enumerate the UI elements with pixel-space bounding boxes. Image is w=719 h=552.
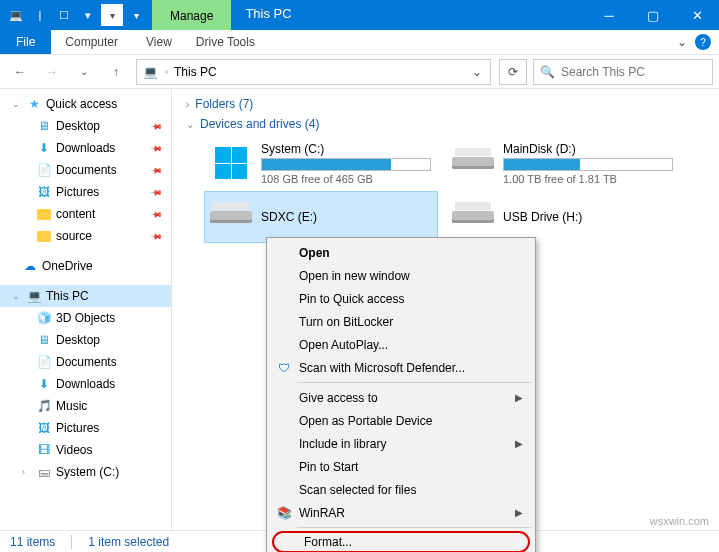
shield-icon: 🛡 — [275, 359, 293, 377]
drive-maindisk-d[interactable]: MainDisk (D:) 1.00 TB free of 1.81 TB — [446, 137, 680, 189]
ctx-separator — [297, 382, 531, 383]
sidebar-onedrive[interactable]: ☁OneDrive — [0, 255, 171, 277]
context-menu: Open Open in new window Pin to Quick acc… — [266, 237, 536, 552]
sidebar-this-pc[interactable]: ⌄💻This PC — [0, 285, 171, 307]
sidebar-item-3d-objects[interactable]: 🧊3D Objects — [0, 307, 171, 329]
desktop-icon: 🖥 — [36, 332, 52, 348]
help-icon[interactable]: ? — [695, 34, 711, 50]
drive-icon: 🖴 — [36, 464, 52, 480]
minimize-button[interactable]: ─ — [587, 0, 631, 30]
pin-icon: 📌 — [149, 163, 162, 176]
drive-usb-h[interactable]: USB Drive (H:) — [446, 191, 680, 243]
sidebar-item-documents[interactable]: 📄Documents📌 — [0, 159, 171, 181]
ctx-open-new-window[interactable]: Open in new window — [269, 264, 533, 287]
drive-free-label: 108 GB free of 465 GB — [261, 173, 433, 185]
quick-access-toolbar: 💻 | ☐ ▾ ▾ ▾ — [0, 0, 152, 30]
search-input[interactable]: 🔍 Search This PC — [533, 59, 713, 85]
qat-separator: | — [29, 4, 51, 26]
documents-icon: 📄 — [36, 162, 52, 178]
drive-icon — [209, 199, 253, 235]
history-dropdown-icon[interactable]: ⌄ — [70, 59, 98, 85]
address-bar[interactable]: 💻 › This PC ⌄ — [136, 59, 491, 85]
drive-sdxc-e[interactable]: SDXC (E:) — [204, 191, 438, 243]
ctx-autoplay[interactable]: Open AutoPlay... — [269, 333, 533, 356]
sidebar-item-downloads[interactable]: ⬇Downloads📌 — [0, 137, 171, 159]
ctx-pin-quick-access[interactable]: Pin to Quick access — [269, 287, 533, 310]
ctx-bitlocker[interactable]: Turn on BitLocker — [269, 310, 533, 333]
expand-icon[interactable]: › — [22, 467, 32, 477]
status-selected-count: 1 item selected — [88, 535, 169, 549]
drive-tools-tab[interactable]: Drive Tools — [186, 30, 265, 54]
submenu-arrow-icon: ▶ — [515, 438, 523, 449]
manage-contextual-tab[interactable]: Manage — [152, 0, 231, 30]
pin-icon: 📌 — [149, 185, 162, 198]
chevron-right-icon[interactable]: › — [186, 99, 189, 110]
ctx-winrar[interactable]: 📚WinRAR▶ — [269, 501, 533, 524]
drive-system-c[interactable]: System (C:) 108 GB free of 465 GB — [204, 137, 438, 189]
drives-head-label: Devices and drives (4) — [200, 117, 319, 131]
file-tab[interactable]: File — [0, 30, 51, 54]
close-button[interactable]: ✕ — [675, 0, 719, 30]
pin-icon: 📌 — [149, 229, 162, 242]
maximize-button[interactable]: ▢ — [631, 0, 675, 30]
ctx-separator — [297, 527, 531, 528]
refresh-button[interactable]: ⟳ — [499, 59, 527, 85]
drive-icon — [451, 145, 495, 181]
view-tab[interactable]: View — [132, 30, 186, 54]
new-folder-icon[interactable]: ▾ — [101, 4, 123, 26]
address-dropdown-icon[interactable]: ⌄ — [468, 65, 486, 79]
forward-button[interactable]: → — [38, 59, 66, 85]
sidebar-item-pictures[interactable]: 🖼Pictures📌 — [0, 181, 171, 203]
expand-icon[interactable]: ⌄ — [12, 291, 22, 301]
downloads-icon: ⬇ — [36, 140, 52, 156]
pc-icon: 💻 — [26, 288, 42, 304]
pin-icon: 📌 — [149, 119, 162, 132]
ctx-scan-selected[interactable]: Scan selected for files — [269, 478, 533, 501]
objects-icon: 🧊 — [36, 310, 52, 326]
documents-icon: 📄 — [36, 354, 52, 370]
ctx-open[interactable]: Open — [269, 241, 533, 264]
sidebar-item-videos[interactable]: 🎞Videos — [0, 439, 171, 461]
submenu-arrow-icon: ▶ — [515, 507, 523, 518]
sidebar-item-system-c[interactable]: ›🖴System (C:) — [0, 461, 171, 483]
sidebar-item-downloads-2[interactable]: ⬇Downloads — [0, 373, 171, 395]
qat-overflow-icon[interactable]: ▾ — [125, 4, 147, 26]
drive-name: SDXC (E:) — [261, 210, 433, 224]
ribbon-collapse-icon[interactable]: ⌄ — [677, 35, 687, 49]
computer-tab[interactable]: Computer — [51, 30, 132, 54]
sidebar-item-source[interactable]: source📌 — [0, 225, 171, 247]
sidebar-item-music[interactable]: 🎵Music — [0, 395, 171, 417]
folders-group-header[interactable]: › Folders (7) — [186, 97, 705, 111]
chevron-down-icon[interactable]: ⌄ — [186, 119, 194, 130]
sidebar-item-desktop-2[interactable]: 🖥Desktop — [0, 329, 171, 351]
qat-dropdown-icon[interactable]: ▾ — [77, 4, 99, 26]
drives-group-header[interactable]: ⌄ Devices and drives (4) — [186, 117, 705, 131]
sidebar-quick-access[interactable]: ⌄ ★ Quick access — [0, 93, 171, 115]
window-title: This PC — [231, 0, 587, 30]
breadcrumb[interactable]: This PC — [174, 65, 462, 79]
expand-icon[interactable]: ⌄ — [12, 99, 22, 109]
ribbon-tabs: File Computer View Drive Tools ⌄ ? — [0, 30, 719, 55]
sidebar-item-documents-2[interactable]: 📄Documents — [0, 351, 171, 373]
back-button[interactable]: ← — [6, 59, 34, 85]
ctx-portable-device[interactable]: Open as Portable Device — [269, 409, 533, 432]
sidebar-item-pictures-2[interactable]: 🖼Pictures — [0, 417, 171, 439]
watermark: wsxwin.com — [650, 515, 709, 527]
folders-head-label: Folders (7) — [195, 97, 253, 111]
ctx-include-library[interactable]: Include in library▶ — [269, 432, 533, 455]
capacity-bar — [261, 158, 431, 171]
sidebar-item-content[interactable]: content📌 — [0, 203, 171, 225]
ctx-format[interactable]: Format... — [272, 531, 530, 552]
ctx-give-access[interactable]: Give access to▶ — [269, 386, 533, 409]
sidebar-item-desktop[interactable]: 🖥Desktop📌 — [0, 115, 171, 137]
ctx-defender-scan[interactable]: 🛡Scan with Microsoft Defender... — [269, 356, 533, 379]
pc-icon[interactable]: 💻 — [5, 4, 27, 26]
drive-free-label: 1.00 TB free of 1.81 TB — [503, 173, 675, 185]
navigation-pane: ⌄ ★ Quick access 🖥Desktop📌 ⬇Downloads📌 📄… — [0, 89, 172, 530]
ctx-pin-start[interactable]: Pin to Start — [269, 455, 533, 478]
window-controls: ─ ▢ ✕ — [587, 0, 719, 30]
properties-icon[interactable]: ☐ — [53, 4, 75, 26]
pin-icon: 📌 — [149, 207, 162, 220]
up-button[interactable]: ↑ — [102, 59, 130, 85]
addr-chevron-icon[interactable]: › — [165, 67, 168, 77]
